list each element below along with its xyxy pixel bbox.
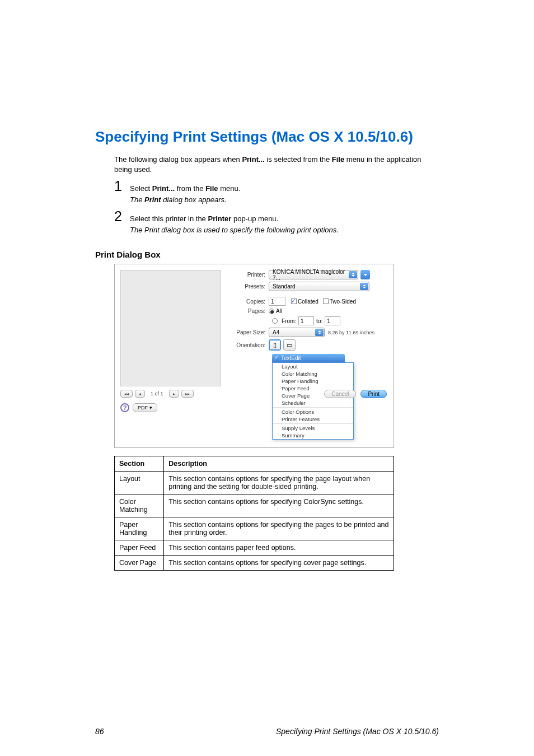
dd-supply-levels[interactable]: Supply Levels: [273, 424, 353, 432]
printer-value: KONICA MINOLTA magicolor 7...: [273, 269, 348, 281]
print-button[interactable]: Print: [360, 390, 387, 398]
presets-combo[interactable]: Standard: [269, 282, 369, 291]
portrait-icon: ▯: [273, 342, 277, 349]
dd-summary[interactable]: Summary: [273, 432, 353, 439]
step-2-number: 2: [114, 208, 124, 225]
panel-dropdown-list: Layout Color Matching Paper Handling Pap…: [272, 362, 354, 440]
panel-selected: TextEdit: [272, 354, 345, 362]
pager-prev-button[interactable]: ◂: [135, 390, 145, 398]
pages-to-label: to:: [316, 318, 322, 324]
step2-a: Select this printer in the: [130, 214, 208, 223]
cell-desc: This section contains paper feed options…: [164, 540, 394, 556]
orientation-landscape-button[interactable]: ▭: [283, 339, 296, 351]
dd-color-matching[interactable]: Color Matching: [273, 370, 353, 377]
pager-next-button[interactable]: ▸: [169, 390, 179, 398]
table-row: LayoutThis section contains options for …: [115, 472, 394, 494]
collated-checkbox[interactable]: [291, 298, 297, 304]
pages-label: Pages:: [233, 308, 269, 314]
dd-sep-2: [273, 423, 353, 424]
dd-layout[interactable]: Layout: [273, 363, 353, 370]
paper-size-label: Paper Size:: [233, 329, 269, 335]
step1-d: File: [205, 184, 218, 193]
table-row: Color MatchingThis section contains opti…: [115, 494, 394, 517]
step2-b: Printer: [208, 214, 231, 223]
paper-size-note: 8.26 by 11.69 inches: [328, 330, 374, 335]
dd-paper-handling[interactable]: Paper Handling: [273, 377, 353, 385]
step-1: 1 Select Print... from the File menu.: [114, 178, 439, 194]
intro-paragraph: The following dialog box appears when Pr…: [114, 155, 439, 175]
s1s-a: The: [130, 195, 144, 204]
th-section: Section: [115, 456, 164, 472]
footer-title: Specifying Print Settings (Mac OS X 10.5…: [276, 727, 439, 736]
step2-c: pop-up menu.: [231, 214, 278, 223]
step-2-text: Select this printer in the Printer pop-u…: [130, 213, 278, 224]
cell-section: Cover Page: [115, 556, 164, 571]
two-sided-label: Two-Sided: [330, 298, 356, 305]
copies-label: Copies:: [233, 298, 269, 305]
intro-a: The following dialog box appears when: [114, 155, 242, 164]
cell-desc: This section contains options for specif…: [164, 517, 394, 540]
orientation-label: Orientation:: [233, 342, 269, 348]
table-row: Cover PageThis section contains options …: [115, 556, 394, 571]
cancel-button[interactable]: Cancel: [324, 390, 356, 398]
printer-label: Printer:: [233, 272, 269, 278]
step-1-text: Select Print... from the File menu.: [130, 183, 240, 194]
description-table: Section Description LayoutThis section c…: [114, 456, 394, 571]
section-heading: Specifying Print Settings (Mac OS X 10.5…: [95, 129, 439, 146]
cell-desc: This section contains options for specif…: [164, 556, 394, 571]
table-row: Paper HandlingThis section contains opti…: [115, 517, 394, 540]
pages-to-input[interactable]: [325, 316, 340, 325]
pages-all-label: All: [276, 308, 282, 314]
dd-scheduler[interactable]: Scheduler: [273, 399, 353, 407]
orientation-portrait-button[interactable]: ▯: [269, 339, 281, 351]
printer-combo-arrow-icon: [349, 271, 357, 278]
landscape-icon: ▭: [287, 342, 292, 349]
printer-combo[interactable]: KONICA MINOLTA magicolor 7...: [269, 270, 358, 279]
pdf-label: PDF: [138, 405, 148, 410]
cell-section: Color Matching: [115, 494, 164, 517]
intro-b: Print...: [242, 155, 264, 164]
pager-text: 1 of 1: [147, 391, 167, 396]
pages-all-radio[interactable]: [269, 309, 274, 314]
step-1-number: 1: [114, 178, 124, 194]
page-number: 86: [95, 727, 104, 736]
pages-from-radio[interactable]: [272, 318, 278, 324]
pager-last-button[interactable]: ▸▸: [181, 390, 194, 398]
presets-combo-arrow-icon: [360, 283, 368, 290]
intro-d: File: [332, 155, 344, 164]
step-1-result: The Print dialog box appears.: [130, 195, 439, 204]
table-row: Paper FeedThis section contains paper fe…: [115, 540, 394, 556]
cell-section: Layout: [115, 472, 164, 494]
triangle-down-icon: ▾: [149, 405, 152, 410]
copies-input[interactable]: [269, 297, 285, 306]
presets-label: Presets:: [233, 283, 269, 290]
cell-desc: This section contains options for specif…: [164, 472, 394, 494]
step1-b: Print...: [152, 184, 175, 193]
dd-printer-features[interactable]: Printer Features: [273, 416, 353, 423]
step1-a: Select: [130, 184, 152, 193]
cell-section: Paper Handling: [115, 517, 164, 540]
cell-desc: This section contains options for specif…: [164, 494, 394, 517]
page-footer: 86 Specifying Print Settings (Mac OS X 1…: [95, 727, 439, 736]
pager-first-button[interactable]: ◂◂: [120, 390, 133, 398]
intro-c: is selected from the: [265, 155, 332, 164]
pages-from-input[interactable]: [298, 316, 314, 325]
printer-info-button[interactable]: [360, 270, 370, 279]
paper-size-value: A4: [273, 329, 279, 335]
step1-c: from the: [175, 184, 205, 193]
dd-color-options[interactable]: Color Options: [273, 408, 353, 416]
preview-pane: [120, 270, 221, 386]
dd-sep-1: [273, 407, 353, 408]
pdf-button[interactable]: PDF▾: [133, 403, 157, 412]
paper-size-combo[interactable]: A4: [269, 328, 325, 337]
s1s-b: Print: [144, 195, 161, 204]
cell-section: Paper Feed: [115, 540, 164, 556]
subsection-heading: Print Dialog Box: [95, 250, 439, 259]
print-dialog-screenshot: ◂◂ ◂ 1 of 1 ▸ ▸▸ ? PDF▾ Printer:: [114, 264, 394, 448]
pages-from-label: From:: [282, 318, 296, 324]
th-description: Description: [164, 456, 394, 472]
two-sided-checkbox[interactable]: [323, 298, 329, 304]
step-2-result: The Print dialog box is used to specify …: [130, 226, 439, 234]
paper-size-arrow-icon: [315, 329, 324, 336]
help-icon[interactable]: ?: [120, 403, 129, 412]
